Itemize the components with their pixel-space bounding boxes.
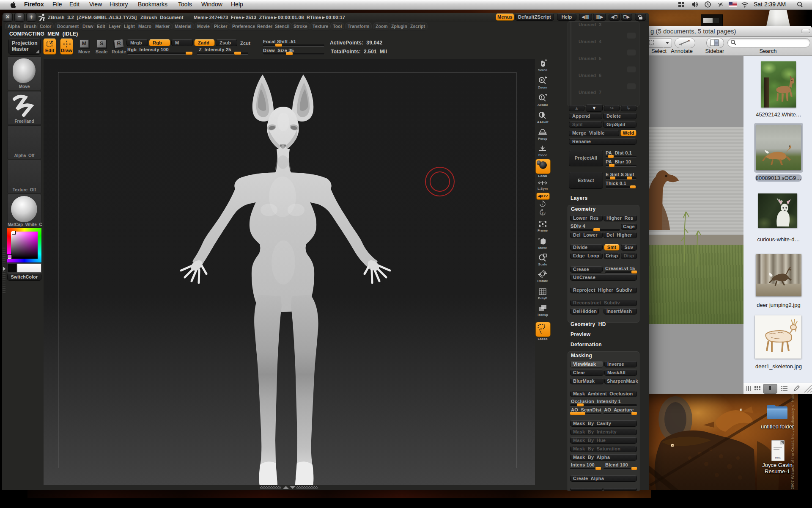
- svg-text:z: z: [542, 203, 543, 206]
- svg-text:y: y: [542, 211, 543, 215]
